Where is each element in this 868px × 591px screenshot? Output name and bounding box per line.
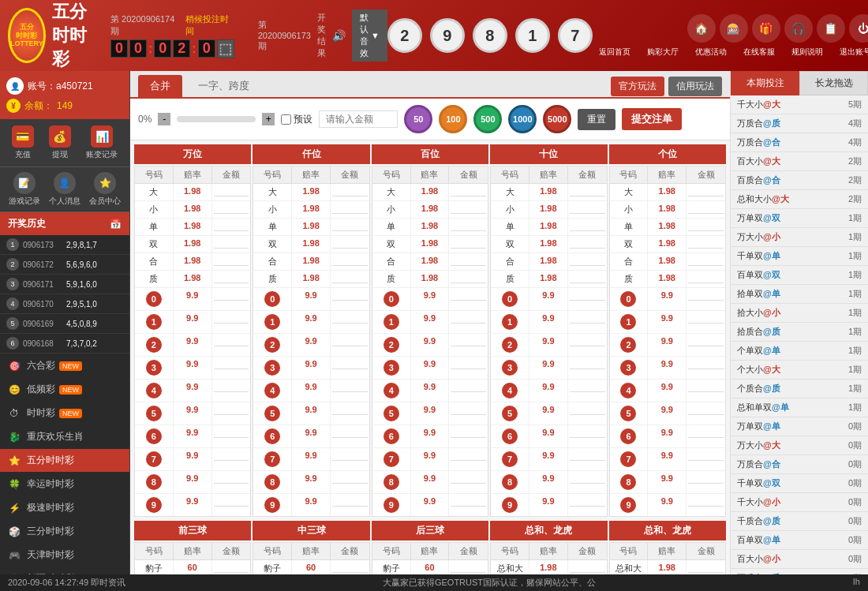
history-item-4[interactable]: 4 0906170 2,9,5,1,0 bbox=[0, 294, 129, 314]
input-shi-2[interactable] bbox=[570, 336, 605, 346]
input-wan-da[interactable] bbox=[214, 186, 249, 196]
input-wan-4[interactable] bbox=[214, 382, 249, 392]
input-ge-zhi[interactable] bbox=[688, 273, 724, 283]
lottery-item-wufen[interactable]: ⭐ 五分时时彩 bbox=[0, 449, 129, 473]
chip-500-btn[interactable]: 500 bbox=[473, 105, 502, 133]
history-item-5[interactable]: 5 0906169 4,5,0,8,9 bbox=[0, 314, 129, 334]
input-wan-3[interactable] bbox=[214, 359, 249, 369]
nav-promo[interactable]: 🎁 bbox=[752, 14, 780, 43]
input-bai-dan[interactable] bbox=[451, 221, 486, 231]
input-t1-da[interactable] bbox=[570, 563, 605, 573]
input-wan-5[interactable] bbox=[214, 405, 249, 415]
input-bai-5[interactable] bbox=[451, 405, 486, 415]
input-qian-1[interactable] bbox=[332, 313, 368, 324]
progress-minus-btn[interactable]: - bbox=[158, 113, 170, 125]
input-ge-da[interactable] bbox=[688, 186, 724, 196]
input-ge-4[interactable] bbox=[688, 382, 724, 392]
recharge-btn[interactable]: 💳 充值 bbox=[12, 125, 34, 160]
input-shi-he[interactable] bbox=[570, 256, 605, 266]
input-ge-9[interactable] bbox=[688, 496, 724, 507]
input-wan-xiao[interactable] bbox=[214, 204, 249, 214]
history-item-2[interactable]: 2 0906172 5,6,9,6,0 bbox=[0, 255, 129, 275]
input-bai-he[interactable] bbox=[451, 256, 486, 266]
input-qian-2[interactable] bbox=[332, 336, 368, 346]
input-shi-9[interactable] bbox=[570, 496, 605, 507]
input-h3-baozi[interactable] bbox=[451, 563, 486, 573]
game-records-btn[interactable]: 📝 游戏记录 bbox=[9, 172, 40, 207]
input-z3-baozi[interactable] bbox=[332, 563, 368, 573]
input-ge-3[interactable] bbox=[688, 359, 724, 369]
chip-50-btn[interactable]: 50 bbox=[404, 105, 432, 133]
nav-service-label[interactable]: 在线客服 bbox=[737, 47, 781, 58]
input-ge-1[interactable] bbox=[688, 313, 724, 324]
input-wan-7[interactable] bbox=[214, 451, 249, 461]
input-bai-1[interactable] bbox=[451, 313, 486, 324]
input-ge-6[interactable] bbox=[688, 428, 724, 438]
input-qian-da[interactable] bbox=[332, 186, 368, 196]
nav-home-label[interactable]: 返回首页 bbox=[593, 47, 637, 58]
input-bai-3[interactable] bbox=[451, 359, 486, 369]
right-tab-current[interactable]: 本期投注 bbox=[731, 71, 799, 95]
input-qian-zhi[interactable] bbox=[332, 273, 368, 283]
input-qian-0[interactable] bbox=[332, 290, 368, 301]
input-bai-6[interactable] bbox=[451, 428, 486, 438]
input-ge-5[interactable] bbox=[688, 405, 724, 415]
withdraw-btn[interactable]: 💰 提现 bbox=[49, 125, 71, 160]
input-qian-7[interactable] bbox=[332, 451, 368, 461]
vip-btn[interactable]: ⭐ 会员中心 bbox=[89, 172, 121, 207]
input-shi-shuang[interactable] bbox=[570, 238, 605, 249]
input-shi-8[interactable] bbox=[570, 473, 605, 484]
input-ge-he[interactable] bbox=[688, 256, 724, 266]
reset-btn[interactable]: 重置 bbox=[578, 109, 615, 130]
input-ge-8[interactable] bbox=[688, 473, 724, 484]
right-tab-dragon[interactable]: 长龙拖选 bbox=[799, 71, 868, 95]
lottery-item-dipincai[interactable]: 😊 低频彩 NEW bbox=[0, 378, 129, 402]
lottery-item-xingyun[interactable]: 🍀 幸运时时彩 bbox=[0, 473, 129, 496]
nav-promo-label[interactable]: 优惠活动 bbox=[689, 47, 733, 58]
messages-btn[interactable]: 👤 个人消息 bbox=[49, 172, 80, 207]
records-btn[interactable]: 📊 账变记录 bbox=[86, 125, 118, 160]
input-ge-xiao[interactable] bbox=[688, 204, 724, 214]
nav-rules-label[interactable]: 规则说明 bbox=[785, 47, 829, 58]
input-bai-shuang[interactable] bbox=[451, 238, 486, 249]
input-qian-5[interactable] bbox=[332, 405, 368, 415]
input-shi-3[interactable] bbox=[570, 359, 605, 369]
credit-btn[interactable]: 信用玩法 bbox=[668, 77, 722, 96]
chip-1000-btn[interactable]: 1000 bbox=[508, 105, 537, 133]
input-bai-0[interactable] bbox=[451, 290, 486, 301]
lottery-item-cq[interactable]: 🐉 重庆欢乐生肖 bbox=[0, 425, 129, 449]
nav-lottery-label[interactable]: 购彩大厅 bbox=[641, 47, 685, 58]
input-ge-7[interactable] bbox=[688, 451, 724, 461]
lottery-item-jisu[interactable]: ⚡ 极速时时彩 bbox=[0, 496, 129, 520]
input-bai-4[interactable] bbox=[451, 382, 486, 392]
input-wan-8[interactable] bbox=[214, 473, 249, 484]
tab-single[interactable]: 一字、跨度 bbox=[186, 75, 261, 97]
input-bai-zhi[interactable] bbox=[451, 273, 486, 283]
input-ge-shuang[interactable] bbox=[688, 238, 724, 249]
input-qian-xiao[interactable] bbox=[332, 204, 368, 214]
input-qian-4[interactable] bbox=[332, 382, 368, 392]
input-shi-6[interactable] bbox=[570, 428, 605, 438]
input-q3-baozi[interactable] bbox=[214, 563, 249, 573]
input-wan-2[interactable] bbox=[214, 336, 249, 346]
input-wan-shuang[interactable] bbox=[214, 238, 249, 249]
input-bai-2[interactable] bbox=[451, 336, 486, 346]
input-shi-5[interactable] bbox=[570, 405, 605, 415]
input-wan-1[interactable] bbox=[214, 313, 249, 324]
input-shi-1[interactable] bbox=[570, 313, 605, 324]
input-bai-xiao[interactable] bbox=[451, 204, 486, 214]
progress-plus-btn[interactable]: + bbox=[262, 113, 275, 125]
input-shi-0[interactable] bbox=[570, 290, 605, 301]
input-bai-7[interactable] bbox=[451, 451, 486, 461]
amount-input[interactable] bbox=[319, 110, 398, 128]
input-shi-4[interactable] bbox=[570, 382, 605, 392]
input-bai-da[interactable] bbox=[451, 186, 486, 196]
input-qian-9[interactable] bbox=[332, 496, 368, 507]
nav-rules[interactable]: 📋 bbox=[817, 14, 845, 43]
input-bai-9[interactable] bbox=[451, 496, 486, 507]
nav-home[interactable]: 🏠 bbox=[687, 14, 716, 43]
input-ge-2[interactable] bbox=[688, 336, 724, 346]
submit-btn[interactable]: 提交注单 bbox=[622, 108, 682, 130]
input-wan-9[interactable] bbox=[214, 496, 249, 507]
chip-100-btn[interactable]: 100 bbox=[439, 105, 467, 133]
